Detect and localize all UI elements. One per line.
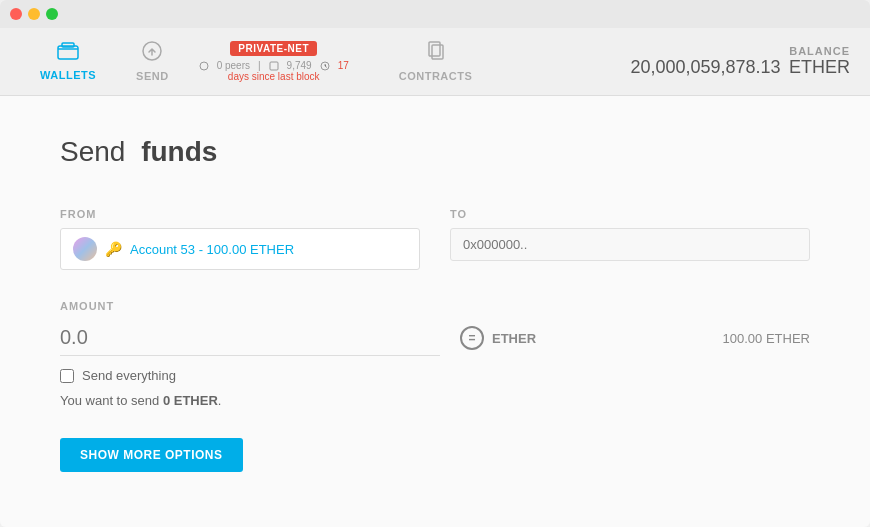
available-balance: 100.00 ETHER xyxy=(723,331,810,346)
nav-wallets[interactable]: WALLETS xyxy=(20,34,116,89)
page-title: Send funds xyxy=(60,136,810,168)
clock-icon xyxy=(320,61,330,71)
wallets-icon xyxy=(57,42,79,65)
svg-rect-0 xyxy=(58,46,78,59)
svg-rect-1 xyxy=(62,43,74,47)
page-title-bold: funds xyxy=(141,136,217,167)
amount-section: AMOUNT = ETHER 100.00 ETHER Send everyth… xyxy=(60,300,810,408)
amount-row: = ETHER 100.00 ETHER xyxy=(60,320,810,356)
private-net-info: PRIVATE-NET 0 peers | 9,749 17 days sinc… xyxy=(199,41,349,82)
peers-count: 0 peers xyxy=(217,60,250,71)
titlebar xyxy=(0,0,870,28)
send-everything-label: Send everything xyxy=(82,368,176,383)
send-label: SEND xyxy=(136,70,169,82)
svg-rect-7 xyxy=(432,45,443,59)
amount-label: AMOUNT xyxy=(60,300,810,312)
days-since-text: days since last block xyxy=(228,71,320,82)
to-input[interactable] xyxy=(450,228,810,261)
blocks-count: 9,749 xyxy=(287,60,312,71)
send-info-amount: 0 ETHER xyxy=(163,393,218,408)
currency-select[interactable]: = ETHER xyxy=(460,326,536,350)
blocks-icon xyxy=(269,61,279,71)
balance-unit: ETHER xyxy=(789,57,850,77)
send-info-suffix: . xyxy=(218,393,222,408)
send-everything-checkbox[interactable] xyxy=(60,369,74,383)
balance-display: 20,000,059,878.13 ETHER xyxy=(630,57,850,78)
from-label: FROM xyxy=(60,208,420,220)
show-more-button[interactable]: SHOW MORE OPTIONS xyxy=(60,438,243,472)
account-avatar xyxy=(73,237,97,261)
peers-icon xyxy=(199,61,209,71)
main-content: Send funds FROM 🔑 Account 53 - 100.00 ET… xyxy=(0,96,870,527)
contracts-label: CONTRACTS xyxy=(399,70,473,82)
balance-value: 20,000,059,878.13 xyxy=(630,57,780,77)
to-label: TO xyxy=(450,208,810,220)
send-info-prefix: You want to send xyxy=(60,393,163,408)
currency-label: ETHER xyxy=(492,331,536,346)
app-window: WALLETS SEND PRIVATE-NET 0 peers | xyxy=(0,0,870,527)
navbar: WALLETS SEND PRIVATE-NET 0 peers | xyxy=(0,28,870,96)
wallets-label: WALLETS xyxy=(40,69,96,81)
to-group: TO xyxy=(450,208,810,270)
send-info: You want to send 0 ETHER. xyxy=(60,393,810,408)
from-group: FROM 🔑 Account 53 - 100.00 ETHER xyxy=(60,208,420,270)
balance-label: BALANCE xyxy=(630,45,850,57)
nav-contracts[interactable]: CONTRACTS xyxy=(379,33,493,90)
close-button[interactable] xyxy=(10,8,22,20)
page-title-normal: Send xyxy=(60,136,125,167)
amount-input[interactable] xyxy=(60,320,440,356)
send-everything-row: Send everything xyxy=(60,368,810,383)
svg-rect-4 xyxy=(270,62,278,70)
ether-icon: = xyxy=(460,326,484,350)
balance-area: BALANCE 20,000,059,878.13 ETHER xyxy=(630,45,850,78)
key-icon: 🔑 xyxy=(105,241,122,257)
private-net-badge: PRIVATE-NET xyxy=(230,41,317,56)
account-name: Account 53 - 100.00 ETHER xyxy=(130,242,294,257)
from-to-row: FROM 🔑 Account 53 - 100.00 ETHER TO xyxy=(60,208,810,270)
days-since-count: 17 xyxy=(338,60,349,71)
from-select[interactable]: 🔑 Account 53 - 100.00 ETHER xyxy=(60,228,420,270)
minimize-button[interactable] xyxy=(28,8,40,20)
svg-point-3 xyxy=(200,62,208,70)
svg-rect-6 xyxy=(429,42,440,56)
amount-input-wrap xyxy=(60,320,440,356)
contracts-icon xyxy=(426,41,446,66)
nav-send[interactable]: SEND xyxy=(116,33,189,90)
net-stats: 0 peers | 9,749 17 xyxy=(199,60,349,71)
maximize-button[interactable] xyxy=(46,8,58,20)
send-icon xyxy=(142,41,162,66)
